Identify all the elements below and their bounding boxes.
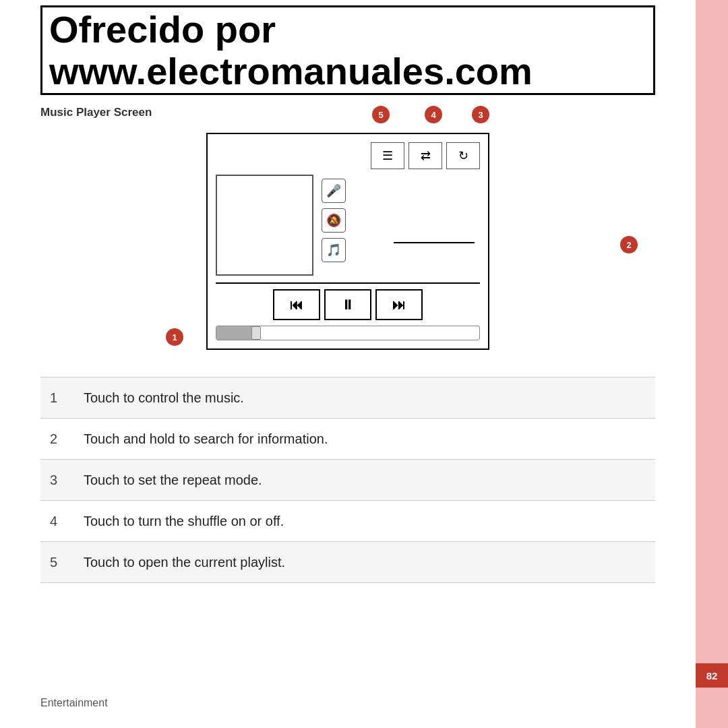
table-row: 3 Touch to set the repeat mode. <box>40 460 655 501</box>
pause-button[interactable]: ⏸ <box>324 289 371 320</box>
progress-bar[interactable] <box>216 326 480 340</box>
table-row: 4 Touch to turn the shuffle on or off. <box>40 501 655 542</box>
middle-section: 🎤 🔕 🎵 <box>216 175 480 276</box>
row-description: Touch to turn the shuffle on or off. <box>74 501 655 542</box>
section-title: Music Player Screen <box>40 106 655 119</box>
banner-text: Ofrecido por www.electromanuales.com <box>49 8 533 92</box>
player-diagram: ☰ ⇄ ↻ 🎤 🔕 🎵 ⏮ <box>206 133 489 350</box>
row-description: Touch to control the music. <box>74 377 655 419</box>
playlist-button[interactable]: ☰ <box>371 142 404 169</box>
diagram-container: 1 2 3 4 5 ☰ ⇄ ↻ 🎤 🔕 🎵 <box>40 133 655 350</box>
info-line <box>394 242 475 243</box>
footer-category: Entertainment <box>40 697 108 709</box>
right-sidebar: 82 <box>696 0 728 728</box>
shuffle-button[interactable]: ⇄ <box>408 142 442 169</box>
row-description: Touch and hold to search for information… <box>74 419 655 460</box>
progress-fill <box>216 326 257 340</box>
page-number: 82 <box>696 663 728 688</box>
callout-badge-3: 3 <box>472 106 489 123</box>
row-number: 3 <box>40 460 74 501</box>
side-icons: 🎤 🔕 🎵 <box>322 175 346 276</box>
sound-icon[interactable]: 🔕 <box>322 208 346 233</box>
repeat-button[interactable]: ↻ <box>446 142 480 169</box>
diagram-wrapper: 1 2 3 4 5 ☰ ⇄ ↻ 🎤 🔕 🎵 <box>206 133 489 350</box>
row-number: 5 <box>40 542 74 583</box>
mic-icon[interactable]: 🎤 <box>322 179 346 203</box>
prev-button[interactable]: ⏮ <box>273 289 320 320</box>
transport-controls: ⏮ ⏸ ⏭ <box>216 282 480 320</box>
callout-badge-4: 4 <box>425 106 442 123</box>
callout-badge-2: 2 <box>620 236 638 253</box>
top-controls: ☰ ⇄ ↻ <box>216 142 480 169</box>
row-description: Touch to set the repeat mode. <box>74 460 655 501</box>
header-banner: Ofrecido por www.electromanuales.com <box>40 5 655 95</box>
info-table: 1 Touch to control the music. 2 Touch an… <box>40 377 655 583</box>
callout-badge-5: 5 <box>372 106 390 123</box>
main-content: Ofrecido por www.electromanuales.com Mus… <box>0 0 696 728</box>
table-row: 5 Touch to open the current playlist. <box>40 542 655 583</box>
row-number: 4 <box>40 501 74 542</box>
row-number: 1 <box>40 377 74 419</box>
callout-badge-1: 1 <box>166 328 183 346</box>
album-art <box>216 175 313 276</box>
table-row: 2 Touch and hold to search for informati… <box>40 419 655 460</box>
progress-thumb[interactable] <box>251 326 261 340</box>
next-button[interactable]: ⏭ <box>375 289 423 320</box>
music-icon[interactable]: 🎵 <box>322 238 346 262</box>
row-number: 2 <box>40 419 74 460</box>
row-description: Touch to open the current playlist. <box>74 542 655 583</box>
table-row: 1 Touch to control the music. <box>40 377 655 419</box>
